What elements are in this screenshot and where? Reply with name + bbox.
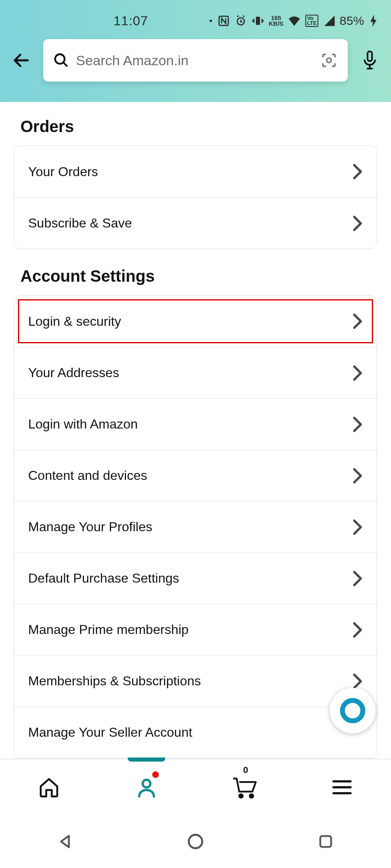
chevron-right-icon	[352, 313, 363, 329]
svg-rect-5	[368, 51, 372, 61]
row-manage-prime[interactable]: Manage Prime membership	[14, 604, 377, 655]
svg-rect-10	[320, 836, 331, 847]
app-header: 11:07 • 165 KB/S VoLTE 85%	[0, 0, 391, 102]
chevron-right-icon	[352, 519, 363, 535]
volte-icon: VoLTE	[305, 15, 318, 27]
battery-percent: 85%	[340, 14, 364, 28]
svg-point-7	[239, 794, 243, 798]
cart-count: 0	[243, 765, 248, 775]
nav-menu[interactable]	[293, 759, 391, 815]
row-label: Content and devices	[28, 468, 147, 483]
search-box[interactable]	[43, 39, 348, 82]
chevron-right-icon	[352, 416, 363, 433]
speed-unit: KB/S	[269, 21, 284, 27]
nav-home[interactable]	[0, 759, 98, 815]
row-label: Memberships & Subscriptions	[28, 674, 201, 689]
row-label: Manage Your Seller Account	[28, 725, 192, 740]
svg-rect-2	[256, 17, 260, 25]
row-label: Your Orders	[28, 164, 98, 179]
active-tab-indicator	[128, 758, 165, 762]
row-content-devices[interactable]: Content and devices	[14, 450, 377, 501]
chevron-right-icon	[352, 215, 363, 232]
svg-point-3	[55, 54, 64, 64]
sys-back-button[interactable]	[53, 829, 78, 854]
sys-home-button[interactable]	[183, 829, 208, 854]
chevron-right-icon	[352, 673, 363, 689]
chevron-right-icon	[352, 365, 363, 381]
nav-account[interactable]	[98, 759, 196, 815]
row-default-purchase-settings[interactable]: Default Purchase Settings	[14, 552, 377, 604]
chevron-right-icon	[352, 570, 363, 587]
row-login-with-amazon[interactable]: Login with Amazon	[14, 398, 377, 450]
row-label: Login with Amazon	[28, 417, 138, 432]
row-memberships-subscriptions[interactable]: Memberships & Subscriptions	[14, 655, 377, 707]
row-your-addresses[interactable]: Your Addresses	[14, 347, 377, 398]
alexa-fab[interactable]	[330, 688, 375, 733]
alexa-icon	[340, 698, 365, 723]
svg-point-4	[327, 58, 331, 63]
row-label: Your Addresses	[28, 365, 119, 380]
orders-section-title: Orders	[20, 117, 371, 136]
svg-point-8	[250, 794, 253, 798]
row-manage-profiles[interactable]: Manage Your Profiles	[14, 501, 377, 552]
alarm-icon	[235, 15, 247, 27]
search-input[interactable]	[76, 53, 313, 68]
charging-icon	[369, 15, 378, 27]
search-row	[0, 36, 391, 85]
row-subscribe-save[interactable]: Subscribe & Save	[14, 197, 377, 249]
row-your-orders[interactable]: Your Orders	[14, 146, 377, 197]
status-bar: 11:07 • 165 KB/S VoLTE 85%	[0, 0, 391, 36]
signal-icon	[323, 15, 335, 26]
orders-card: Your Orders Subscribe & Save	[14, 146, 377, 249]
bottom-app-nav: 0	[0, 759, 391, 815]
chevron-right-icon	[352, 622, 363, 638]
row-label: Manage Your Profiles	[28, 519, 152, 534]
status-dot-icon: •	[209, 15, 213, 26]
nav-cart[interactable]: 0	[196, 759, 293, 815]
wifi-icon	[288, 15, 300, 26]
mic-button[interactable]	[358, 49, 381, 72]
account-card: Login & security Your Addresses Login wi…	[14, 295, 377, 758]
svg-point-9	[189, 835, 202, 848]
svg-point-6	[143, 780, 151, 787]
vibrate-icon	[252, 15, 264, 27]
row-label: Default Purchase Settings	[28, 571, 179, 586]
status-time: 11:07	[113, 13, 148, 29]
network-speed: 165 KB/S	[269, 15, 284, 27]
row-label: Login & security	[28, 314, 121, 329]
row-label: Manage Prime membership	[28, 622, 189, 637]
search-icon	[53, 52, 69, 68]
notification-dot-icon	[152, 771, 159, 778]
row-manage-seller-account[interactable]: Manage Your Seller Account	[14, 707, 377, 758]
nfc-icon	[218, 15, 230, 27]
row-label: Subscribe & Save	[28, 216, 132, 231]
chevron-right-icon	[352, 468, 363, 484]
back-button[interactable]	[10, 49, 33, 72]
camera-icon[interactable]	[320, 51, 338, 69]
row-login-security[interactable]: Login & security	[14, 296, 377, 347]
chevron-right-icon	[352, 163, 363, 180]
account-section-title: Account Settings	[20, 267, 371, 285]
content: Orders Your Orders Subscribe & Save Acco…	[0, 102, 391, 758]
system-nav-bar	[0, 815, 391, 868]
sys-recent-button[interactable]	[313, 829, 338, 854]
